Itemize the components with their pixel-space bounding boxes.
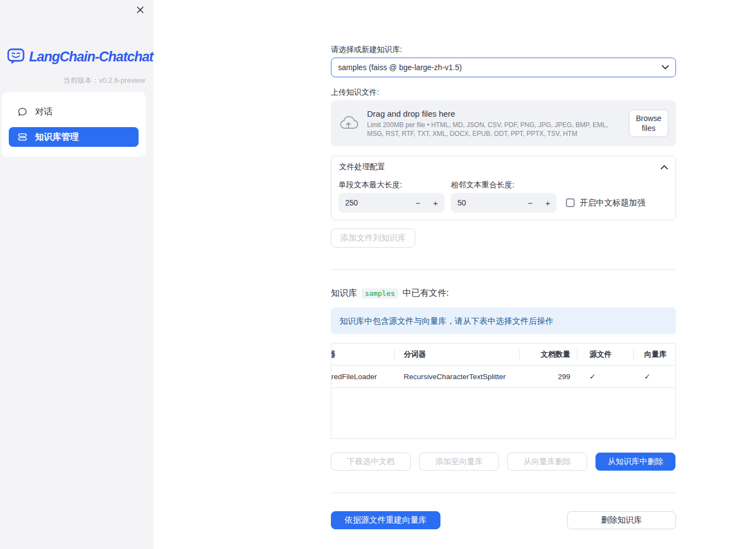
sidebar-item-label: 知识库管理	[35, 131, 79, 143]
checkbox-box[interactable]	[566, 198, 575, 207]
kb-select-value: samples (faiss @ bge-large-zh-v1.5)	[338, 63, 662, 72]
sidebar-item-kb-management[interactable]: 知识库管理	[9, 127, 139, 147]
column-header-vector-store[interactable]: 向量库	[633, 350, 675, 359]
cell-vector-store-check: ✓	[633, 372, 675, 381]
sidebar-item-chat[interactable]: 对话	[9, 102, 139, 122]
version-label: 当前版本：v0.2.6-preview	[63, 76, 145, 85]
table-actions: 下载选中文档 添加至向量库 从向量库删除 从知识库中删除	[331, 453, 676, 471]
kb-files-prefix: 知识库	[331, 288, 357, 299]
chunk-size-decrement-button[interactable]: −	[409, 193, 427, 213]
cell-doc-count: 299	[519, 373, 577, 381]
delete-kb-button[interactable]: 删除知识库	[567, 511, 676, 529]
app-window: LangChain-Chatchat 当前版本：v0.2.6-preview 对…	[0, 0, 756, 549]
dropzone-text: Drag and drop files here Limit 200MB per…	[367, 109, 620, 138]
chevron-down-icon	[662, 65, 669, 70]
zh-title-checkbox[interactable]: 开启中文标题加强	[566, 193, 645, 213]
chunk-size-field: 单段文本最大长度: 250 − +	[339, 180, 444, 213]
download-selected-button[interactable]: 下载选中文档	[331, 453, 411, 471]
column-header-splitter[interactable]: 分词器	[394, 350, 519, 359]
overlap-field: 相邻文本重合长度: 50 − +	[451, 180, 557, 213]
expander-body: 单段文本最大长度: 250 − + 相邻文本重合长度: 50 − +	[331, 178, 675, 220]
delete-from-kb-button[interactable]: 从知识库中删除	[595, 453, 675, 471]
table-header: 文档加载器 分词器 文档数量 源文件 向量库	[331, 344, 675, 365]
kb-name-code: samples	[362, 288, 398, 299]
expander-title: 文件处理配置	[339, 162, 385, 172]
browse-files-button[interactable]: Browse files	[629, 110, 668, 137]
upload-label: 上传知识文件:	[331, 88, 676, 97]
upload-cloud-icon	[339, 115, 358, 131]
zh-title-label: 开启中文标题加强	[580, 198, 645, 208]
column-header-source-file[interactable]: 源文件	[577, 350, 633, 359]
chunk-size-input[interactable]: 250 − +	[339, 193, 444, 213]
file-config-expander: 文件处理配置 单段文本最大长度: 250 − + 相邻文本重合长度:	[331, 156, 676, 220]
kb-files-table: 文档加载器 分词器 文档数量 源文件 向量库 UnstructuredFileL…	[331, 343, 676, 439]
chunk-size-label: 单段文本最大长度:	[339, 180, 444, 190]
add-to-vector-button[interactable]: 添加至向量库	[419, 453, 499, 471]
overlap-value: 50	[451, 198, 522, 207]
expander-header[interactable]: 文件处理配置	[331, 156, 675, 178]
kb-files-suffix: 中已有文件:	[403, 288, 449, 299]
dropzone-title: Drag and drop files here	[367, 109, 620, 118]
chat-bubble-icon	[18, 107, 27, 117]
cell-loader: UnstructuredFileLoader	[331, 373, 394, 381]
sidebar-menu: 对话 知识库管理	[2, 92, 146, 157]
add-files-to-kb-button[interactable]: 添加文件到知识库	[331, 228, 415, 248]
info-banner: 知识库中包含源文件与向量库，请从下表中选择文件后操作	[331, 307, 676, 334]
close-icon	[136, 5, 145, 14]
rebuild-vector-store-button[interactable]: 依据源文件重建向量库	[331, 511, 440, 529]
cell-splitter: RecursiveCharacterTextSplitter	[394, 373, 519, 381]
kb-bottom-actions: 依据源文件重建向量库 删除知识库	[331, 511, 676, 529]
kb-select-label: 请选择或新建知识库:	[331, 45, 676, 54]
overlap-increment-button[interactable]: +	[539, 193, 557, 213]
sidebar: LangChain-Chatchat 当前版本：v0.2.6-preview 对…	[0, 0, 153, 549]
close-sidebar-button[interactable]	[134, 3, 147, 16]
app-logo-text: LangChain-Chatchat	[29, 49, 153, 65]
divider	[331, 269, 676, 270]
column-header-loader[interactable]: 文档加载器	[331, 350, 394, 359]
kb-files-heading: 知识库 samples 中已有文件:	[331, 288, 676, 299]
kb-select[interactable]: samples (faiss @ bge-large-zh-v1.5)	[331, 58, 676, 77]
delete-from-vector-button[interactable]: 从向量库删除	[507, 453, 587, 471]
chat-smiley-logo-icon	[7, 47, 25, 66]
chevron-up-icon	[661, 165, 668, 169]
table-row[interactable]: UnstructuredFileLoader RecursiveCharacte…	[331, 365, 675, 388]
column-header-doc-count[interactable]: 文档数量	[519, 350, 577, 359]
divider	[331, 493, 676, 493]
app-logo: LangChain-Chatchat	[7, 47, 153, 66]
dropzone-limit: Limit 200MB per file • HTML, MD, JSON, C…	[367, 121, 620, 138]
overlap-label: 相邻文本重合长度:	[451, 180, 557, 190]
main-content: 请选择或新建知识库: samples (faiss @ bge-large-zh…	[331, 45, 676, 529]
file-dropzone[interactable]: Drag and drop files here Limit 200MB per…	[331, 100, 676, 146]
cell-source-file-check: ✓	[577, 372, 633, 381]
chunk-size-value: 250	[339, 198, 409, 207]
sidebar-item-label: 对话	[35, 106, 53, 118]
chunk-size-increment-button[interactable]: +	[427, 193, 444, 213]
overlap-input[interactable]: 50 − +	[451, 193, 557, 213]
overlap-decrement-button[interactable]: −	[522, 193, 539, 213]
stack-icon	[18, 132, 27, 142]
